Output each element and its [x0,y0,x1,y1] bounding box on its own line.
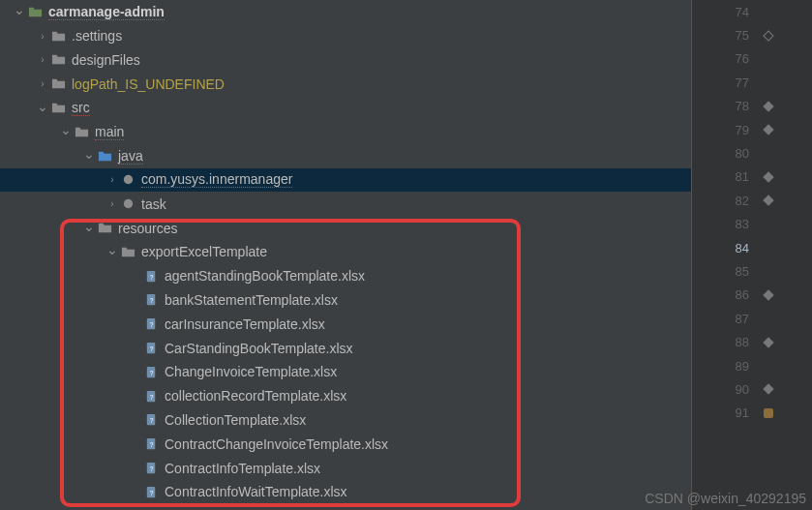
svg-text:?: ? [149,345,153,352]
gutter-line[interactable]: 74 [692,0,812,23]
line-number: 86 [736,287,749,302]
gutter-line[interactable]: 82 [692,189,812,212]
line-number: 80 [736,146,749,161]
chevron-right-icon[interactable]: › [37,78,48,89]
line-number: 76 [736,51,749,66]
gutter-line[interactable]: 88 [692,330,812,353]
gutter-line[interactable]: 90 [692,377,812,401]
tree-row[interactable]: ›.settings [0,24,691,48]
gutter-mark-icon[interactable] [762,123,775,136]
line-number: 84 [736,241,749,255]
gutter-line[interactable]: 85 [692,259,812,283]
gutter-mark-icon[interactable] [762,100,775,113]
svg-point-1 [123,199,132,208]
folder-icon [120,244,135,259]
gutter-line[interactable]: 76 [692,47,812,71]
line-number: 83 [736,217,749,231]
chevron-down-icon[interactable]: ⌄ [37,99,48,114]
chevron-right-icon[interactable]: › [106,174,118,185]
line-number: 82 [736,194,749,208]
tree-row[interactable]: ⌄main [0,120,691,144]
chevron-down-icon[interactable]: ⌄ [106,242,118,257]
folder-src-icon [97,148,112,164]
line-number: 79 [736,123,749,137]
tree-row[interactable]: ⌄resources [0,216,691,240]
gutter-line[interactable]: 87 [692,307,812,330]
chevron-right-icon[interactable]: › [37,31,48,42]
gutter-line[interactable]: 83 [692,213,812,236]
gutter-line[interactable]: 91 [692,402,812,425]
tree-item-label: ChangeInvoiceTemplate.xlsx [165,364,337,379]
gutter-line[interactable]: 89 [692,354,812,377]
gutter-mark-icon[interactable] [762,336,775,349]
svg-text:?: ? [149,370,153,376]
gutter-line[interactable]: 80 [692,141,812,165]
tree-row[interactable]: ›task [0,192,691,216]
tree-item-label: src [72,100,90,116]
gutter-line[interactable]: 78 [692,95,812,118]
tree-row[interactable]: ⌄src [0,96,691,120]
line-number: 85 [736,264,749,279]
chevron-down-icon[interactable]: ⌄ [14,2,25,17]
tree-row[interactable]: ?ContractChangeInvoiceTemplate.xlsx [0,432,691,456]
tree-item-label: bankStatementTemplate.xlsx [165,292,338,308]
file-icon: ? [143,268,159,284]
tree-row[interactable]: ?ContractInfoWaitTemplate.xlsx [0,480,691,504]
tree-row[interactable]: ⌄java [0,144,691,168]
svg-text:?: ? [149,441,153,448]
tree-item-label: CarStandingBookTemplate.xlsx [165,341,353,356]
package-icon [120,172,135,188]
tree-row[interactable]: ?CarStandingBookTemplate.xlsx [0,336,691,360]
gutter-mark-icon[interactable] [762,406,775,420]
tree-item-label: exportExcelTemplate [141,244,267,259]
tree-row[interactable]: ›logPath_IS_UNDEFINED [0,72,691,96]
gutter-mark-icon[interactable] [762,288,775,302]
chevron-down-icon[interactable]: ⌄ [83,146,95,162]
tree-row[interactable]: ›designFiles [0,48,691,73]
gutter-line[interactable]: 84 [692,236,812,259]
chevron-right-icon[interactable]: › [106,198,118,209]
chevron-down-icon[interactable]: ⌄ [83,219,95,234]
line-number: 75 [736,28,749,43]
line-number: 78 [736,99,749,113]
file-icon: ? [143,341,159,356]
gutter-mark-icon[interactable] [762,194,775,207]
file-icon: ? [143,484,159,499]
gutter-line[interactable]: 79 [692,118,812,141]
tree-row[interactable]: ⌄exportExcelTemplate [0,240,691,264]
tree-item-label: main [95,124,124,140]
tree-row[interactable]: ?ContractInfoTemplate.xlsx [0,456,691,480]
tree-row[interactable]: ?agentStandingBookTemplate.xlsx [0,264,691,288]
gutter-line[interactable]: 81 [692,165,812,189]
project-tree[interactable]: ⌄carmanage-admin›.settings›designFiles›l… [0,0,691,510]
chevron-down-icon[interactable]: ⌄ [60,122,72,137]
tree-row[interactable]: ?CollectionTemplate.xlsx [0,408,691,433]
file-icon: ? [143,316,159,332]
svg-text:?: ? [149,322,153,329]
gutter-line[interactable]: 77 [692,71,812,94]
tree-item-label: ContractChangeInvoiceTemplate.xlsx [165,436,388,452]
tree-row[interactable]: ›com.yusys.innermanager [0,168,691,193]
tree-item-label: resources [118,221,177,236]
gutter-line[interactable]: 86 [692,284,812,307]
tree-row[interactable]: ?carInsuranceTemplate.xlsx [0,312,691,336]
tree-row[interactable]: ?ChangeInvoiceTemplate.xlsx [0,360,691,384]
tree-item-label: CollectionTemplate.xlsx [165,412,306,428]
chevron-right-icon[interactable]: › [37,54,48,65]
line-number: 77 [736,75,749,90]
file-icon: ? [143,461,159,476]
package-icon [120,196,135,212]
gutter-line[interactable]: 75 [692,23,812,46]
tree-row[interactable]: ⌄carmanage-admin [0,0,691,24]
gutter-mark-icon[interactable] [762,382,775,396]
tree-item-label: agentStandingBookTemplate.xlsx [165,268,365,284]
tree-row[interactable]: ?bankStatementTemplate.xlsx [0,288,691,313]
folder-module-icon [27,4,43,19]
svg-point-0 [123,175,132,184]
gutter-mark-icon[interactable] [762,170,775,184]
tree-row[interactable]: ?collectionRecordTemplate.xlsx [0,384,691,408]
line-number: 89 [736,359,749,374]
folder-icon [50,28,66,44]
gutter-mark-icon[interactable] [762,29,775,43]
svg-text:?: ? [149,418,153,425]
